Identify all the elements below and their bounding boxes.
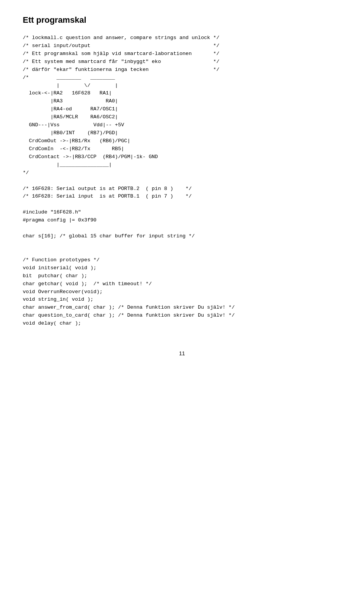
code-block: /* lockmall.c question and answer, compa… — [23, 34, 341, 328]
page-title: Ett programskal — [23, 15, 341, 25]
page-number: 11 — [23, 350, 341, 356]
